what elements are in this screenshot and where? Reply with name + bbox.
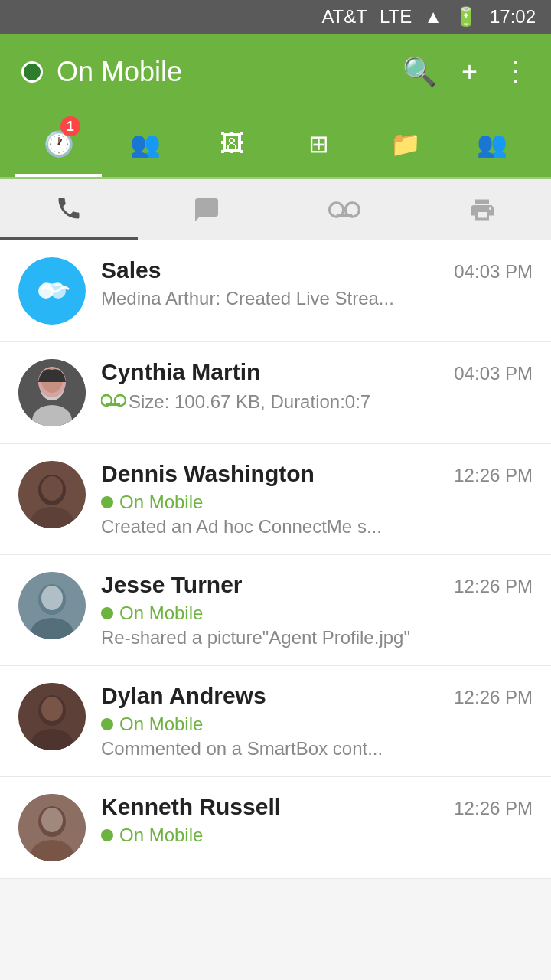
- avatar-dylan: [18, 683, 86, 750]
- contact-info-jesse: Jesse Turner 12:26 PM On Mobile Re-share…: [101, 572, 533, 648]
- contact-time-dennis: 12:26 PM: [454, 465, 533, 486]
- svg-point-15: [41, 476, 63, 501]
- contact-name-jesse: Jesse Turner: [101, 572, 243, 598]
- grid-icon: ⊞: [308, 129, 329, 158]
- contact-time-jesse: 12:26 PM: [454, 576, 533, 597]
- contact-preview-sales: Medina Arthur: Created Live Strea...: [101, 288, 533, 309]
- avatar-kenneth: [18, 794, 86, 861]
- contact-preview-dylan: Commented on a SmartBox cont...: [101, 738, 533, 760]
- online-dot-jesse: [101, 607, 113, 619]
- header-icons: 🔍 + ⋮: [403, 56, 530, 88]
- svg-rect-2: [337, 214, 353, 217]
- avatar-cynthia: [18, 359, 86, 426]
- contacts-icon: 👥: [130, 129, 161, 158]
- contact-name-row-kenneth: Kenneth Russell 12:26 PM: [101, 794, 533, 820]
- svg-rect-12: [106, 403, 120, 406]
- header-status-dot: [21, 61, 43, 83]
- tab-team[interactable]: 👥: [449, 110, 536, 177]
- battery-icon: 🔋: [455, 6, 478, 28]
- camera-icon: 🖼: [220, 129, 244, 158]
- subtab-voicemail[interactable]: [276, 179, 413, 240]
- subtab-messages[interactable]: [138, 179, 276, 240]
- contact-item-dylan[interactable]: Dylan Andrews 12:26 PM On Mobile Comment…: [0, 666, 551, 777]
- contact-info-dennis: Dennis Washington 12:26 PM On Mobile Cre…: [101, 461, 533, 537]
- contact-preview-dennis: Created an Ad hoc ConnectMe s...: [101, 516, 533, 537]
- online-dot-kenneth: [101, 829, 113, 841]
- contact-info-sales: Sales 04:03 PM Medina Arthur: Created Li…: [101, 257, 533, 309]
- avatar-dennis: [18, 461, 86, 528]
- signal-icon: ▲: [424, 6, 442, 28]
- contact-name-row-dennis: Dennis Washington 12:26 PM: [101, 461, 533, 487]
- folder-icon: 📁: [390, 129, 421, 158]
- more-icon[interactable]: ⋮: [502, 56, 530, 88]
- svg-point-19: [41, 586, 63, 610]
- history-badge: 1: [60, 116, 80, 136]
- contact-time-cynthia: 04:03 PM: [454, 363, 533, 384]
- contact-item-dennis[interactable]: Dennis Washington 12:26 PM On Mobile Cre…: [0, 444, 551, 555]
- contact-time-dylan: 12:26 PM: [454, 687, 533, 708]
- contact-info-dylan: Dylan Andrews 12:26 PM On Mobile Comment…: [101, 683, 533, 760]
- contact-status-kenneth: On Mobile: [119, 825, 203, 846]
- contact-info-kenneth: Kenneth Russell 12:26 PM On Mobile: [101, 794, 533, 849]
- voicemail-icon: [101, 390, 126, 413]
- svg-point-27: [41, 808, 63, 832]
- time-text: 17:02: [490, 6, 536, 28]
- contact-name-dylan: Dylan Andrews: [101, 683, 266, 709]
- contact-status-jesse: On Mobile: [119, 603, 203, 624]
- contact-name-sales: Sales: [101, 257, 161, 283]
- team-icon: 👥: [477, 129, 507, 158]
- contact-name-kenneth: Kenneth Russell: [101, 794, 281, 820]
- search-icon[interactable]: 🔍: [403, 56, 437, 88]
- contact-preview-jesse: Re-shared a picture"Agent Profile.jpg": [101, 627, 533, 648]
- tab-grid[interactable]: ⊞: [276, 110, 362, 177]
- header-title-area: On Mobile: [21, 56, 387, 88]
- contact-name-row-jesse: Jesse Turner 12:26 PM: [101, 572, 533, 598]
- contact-item-kenneth[interactable]: Kenneth Russell 12:26 PM On Mobile: [0, 777, 551, 879]
- tab-history[interactable]: 🕐 1: [15, 110, 102, 177]
- carrier-text: AT&T: [321, 6, 367, 28]
- contact-status-row-kenneth: On Mobile: [101, 825, 533, 846]
- contact-time-sales: 04:03 PM: [454, 261, 533, 283]
- subtab-calls[interactable]: [0, 179, 138, 240]
- contact-status-dylan: On Mobile: [119, 714, 203, 735]
- contact-name-row-sales: Sales 04:03 PM: [101, 257, 533, 283]
- online-dot-dylan: [101, 718, 113, 730]
- app-header: On Mobile 🔍 + ⋮: [0, 34, 551, 110]
- contact-status-row-jesse: On Mobile: [101, 603, 533, 624]
- svg-point-23: [41, 697, 63, 721]
- top-tab-bar: 🕐 1 👥 🖼 ⊞ 📁 👥: [0, 110, 551, 179]
- avatar-jesse: [18, 572, 86, 639]
- tab-folder[interactable]: 📁: [362, 110, 448, 177]
- contact-name-row-dylan: Dylan Andrews 12:26 PM: [101, 683, 533, 709]
- contact-time-kenneth: 12:26 PM: [454, 798, 533, 819]
- tab-camera[interactable]: 🖼: [189, 110, 276, 177]
- avatar-sales: [18, 257, 86, 325]
- contact-name-cynthia: Cynthia Martin: [101, 359, 260, 385]
- contact-preview-cynthia: Size: 100.67 KB, Duration:0:7: [129, 391, 370, 413]
- contact-name-row-cynthia: Cynthia Martin 04:03 PM: [101, 359, 533, 385]
- network-text: LTE: [380, 6, 412, 28]
- online-dot-dennis: [101, 496, 113, 508]
- contact-info-cynthia: Cynthia Martin 04:03 PM Size: 100.67 KB,…: [101, 359, 533, 416]
- contact-status-row-dylan: On Mobile: [101, 714, 533, 735]
- subtab-fax[interactable]: [413, 179, 551, 240]
- tab-contacts[interactable]: 👥: [102, 110, 188, 177]
- contact-item-sales[interactable]: Sales 04:03 PM Medina Arthur: Created Li…: [0, 240, 551, 342]
- status-bar: AT&T LTE ▲ 🔋 17:02: [0, 0, 551, 34]
- sub-tab-bar: [0, 179, 551, 240]
- add-icon[interactable]: +: [461, 56, 478, 88]
- contact-list: Sales 04:03 PM Medina Arthur: Created Li…: [0, 240, 551, 879]
- contact-name-dennis: Dennis Washington: [101, 461, 315, 487]
- header-title: On Mobile: [57, 56, 182, 88]
- contact-item-cynthia[interactable]: Cynthia Martin 04:03 PM Size: 100.67 KB,…: [0, 342, 551, 444]
- contact-status-dennis: On Mobile: [119, 492, 203, 513]
- contact-status-row-dennis: On Mobile: [101, 492, 533, 513]
- contact-item-jesse[interactable]: Jesse Turner 12:26 PM On Mobile Re-share…: [0, 555, 551, 666]
- voicemail-row: Size: 100.67 KB, Duration:0:7: [101, 390, 533, 413]
